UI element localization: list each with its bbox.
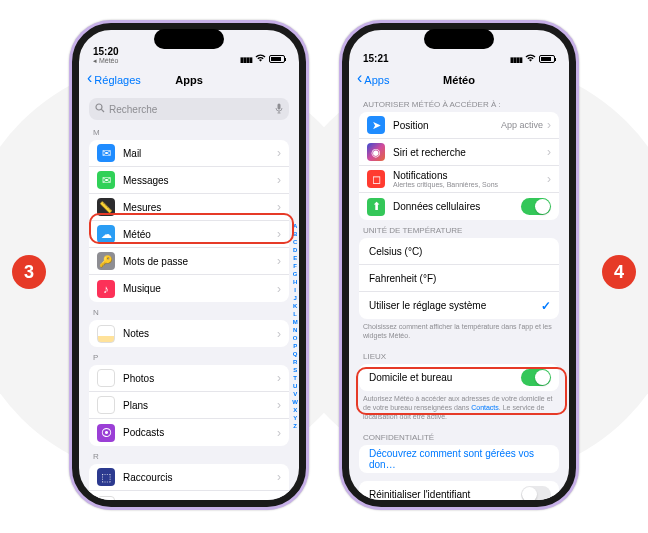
row-passwords[interactable]: 🔑Mots de passe› [89,248,289,275]
chevron-right-icon: › [277,282,281,296]
page-title: Météo [349,74,569,86]
row-system-setting[interactable]: Utiliser le réglage système✓ [359,292,559,319]
section-header-r: R [79,446,299,464]
weather-icon: ☁ [97,225,115,243]
chevron-right-icon: › [277,173,281,187]
row-reminders[interactable]: ☑Rappels› [89,491,289,500]
row-mail[interactable]: ✉Mail› [89,140,289,167]
row-siri[interactable]: ◉Siri et recherche› [359,139,559,166]
chevron-right-icon: › [547,118,551,132]
shortcuts-icon: ⬚ [97,468,115,486]
nav-bar: Réglages Apps [79,66,299,94]
list-places: Domicile et bureau [359,364,559,391]
chevron-right-icon: › [277,254,281,268]
siri-icon: ◉ [367,143,385,161]
row-location[interactable]: ➤PositionApp active› [359,112,559,139]
row-notes[interactable]: Notes› [89,320,289,347]
list-m: ✉Mail› ✉Messages› 📏Mesures› ☁Météo› 🔑Mot… [89,140,289,302]
location-icon: ➤ [367,116,385,134]
measure-icon: 📏 [97,198,115,216]
section-header-n: N [79,302,299,320]
dynamic-island [424,29,494,49]
chevron-right-icon: › [277,146,281,160]
chevron-right-icon: › [277,327,281,341]
row-cellular: ⬆Données cellulaires [359,193,559,220]
photos-icon: 🏵 [97,369,115,387]
temp-footer: Choisissez comment afficher la températu… [349,319,569,346]
list-privacy-link: Découvrez comment sont gérées vos don… [359,445,559,473]
location-value: App active [501,120,543,130]
signal-icon [240,54,252,64]
list-p: 🏵Photos› 🗺Plans› ⦿Podcasts› [89,365,289,446]
section-privacy-label: CONFIDENTIALITÉ [349,427,569,445]
row-photos[interactable]: 🏵Photos› [89,365,289,392]
reset-toggle[interactable] [521,486,551,500]
wifi-icon [255,54,266,64]
chevron-right-icon: › [547,145,551,159]
status-time: 15:21 [363,54,389,64]
row-maps[interactable]: 🗺Plans› [89,392,289,419]
row-notifications[interactable]: ◻NotificationsAlertes critiques, Bannièr… [359,166,559,193]
nav-bar: Apps Météo [349,66,569,94]
passwords-icon: 🔑 [97,252,115,270]
svg-line-1 [101,109,104,112]
svg-rect-2 [278,103,281,109]
alpha-index[interactable]: ABCDEFGHIJKLMNOPQRSTUVWXYZ [292,222,298,430]
chevron-right-icon: › [277,371,281,385]
list-r: ⬚Raccourcis› ☑Rappels› [89,464,289,500]
row-weather[interactable]: ☁Météo› [89,221,289,248]
section-places-label: LIEUX [349,346,569,364]
row-shortcuts[interactable]: ⬚Raccourcis› [89,464,289,491]
podcasts-icon: ⦿ [97,424,115,442]
chevron-right-icon: › [277,426,281,440]
chevron-right-icon: › [277,227,281,241]
checkmark-icon: ✓ [541,299,551,313]
status-time: 15:20 [93,47,119,57]
status-breadcrumb[interactable]: ◂ Météo [93,57,119,64]
page-title: Apps [79,74,299,86]
cellular-toggle[interactable] [521,198,551,215]
svg-point-0 [96,104,102,110]
step-badge-4: 4 [602,255,636,289]
row-privacy-link[interactable]: Découvrez comment sont gérées vos don… [359,445,559,473]
notif-icon: ◻ [367,170,385,188]
row-celsius[interactable]: Celsius (°C) [359,238,559,265]
cellular-icon: ⬆ [367,198,385,216]
row-podcasts[interactable]: ⦿Podcasts› [89,419,289,446]
places-footer: Autorisez Météo à accéder aux adresses d… [349,391,569,427]
chevron-right-icon: › [277,470,281,484]
phone-left: 15:20 ◂ Météo Réglages Apps [69,20,309,510]
notes-icon [97,325,115,343]
row-music[interactable]: ♪Musique› [89,275,289,302]
home-office-toggle[interactable] [521,369,551,386]
chevron-right-icon: › [547,172,551,186]
battery-icon [269,55,285,63]
search-input[interactable]: Recherche [89,98,289,120]
section-header-m: M [79,122,299,140]
row-messages[interactable]: ✉Messages› [89,167,289,194]
row-reset-id: Réinitialiser l'identifiant [359,481,559,500]
messages-icon: ✉ [97,171,115,189]
dynamic-island [154,29,224,49]
row-measures[interactable]: 📏Mesures› [89,194,289,221]
mail-icon: ✉ [97,144,115,162]
row-home-office: Domicile et bureau [359,364,559,391]
section-temp-label: UNITÉ DE TEMPÉRATURE [349,220,569,238]
chevron-right-icon: › [277,498,281,501]
list-access: ➤PositionApp active› ◉Siri et recherche›… [359,112,559,220]
music-icon: ♪ [97,280,115,298]
list-temp: Celsius (°C) Fahrenheit (°F) Utiliser le… [359,238,559,319]
row-fahrenheit[interactable]: Fahrenheit (°F) [359,265,559,292]
search-placeholder: Recherche [109,104,157,115]
step-badge-3: 3 [12,255,46,289]
signal-icon [510,54,522,64]
reminders-icon: ☑ [97,496,115,501]
battery-icon [539,55,555,63]
contacts-link[interactable]: Contacts [471,404,499,411]
maps-icon: 🗺 [97,396,115,414]
list-n: Notes› [89,320,289,347]
mic-icon[interactable] [275,103,283,116]
wifi-icon [525,54,536,64]
search-icon [95,103,105,115]
chevron-right-icon: › [277,398,281,412]
